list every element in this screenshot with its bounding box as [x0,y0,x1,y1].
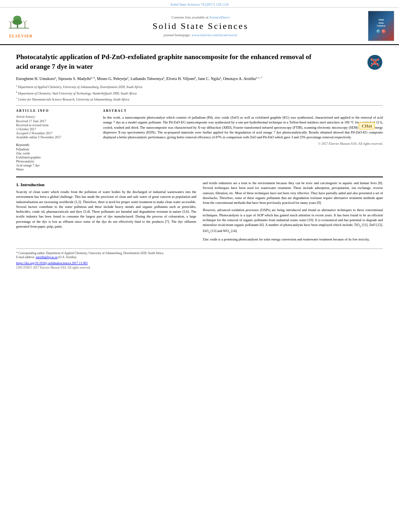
journal-title: Solid State Sciences [37,21,364,31]
affiliation-c: c Centre for Nanomaterials Science Resea… [16,97,383,102]
page: Solid State Sciences 74 (2017) 118–124 E… [0,0,399,532]
svg-line-7 [25,20,27,22]
keyword-6: Water [16,168,97,171]
doi-line: https://doi.org/10.1016/j.solidstatescie… [16,261,383,265]
journal-homepage-line: journal homepage: www.elsevier.com/locat… [37,33,364,37]
authors-line: Eseoghene H. Umukoroa, Siposetu S. Madyi… [16,76,383,82]
svg-point-2 [12,19,22,25]
cover-decoration [376,29,386,33]
received-revised-label: Received in revised form [16,123,97,127]
intro-right-text-3: Zinc oxide is a promising photocatalysts… [203,237,383,242]
body-left-col: 1. Introduction Scarcity of clean water … [16,181,196,244]
elsevier-logo-container: ELSEVIER [5,14,37,38]
copyright-line: © 2017 Elsevier Masson SAS. All rights r… [103,142,383,146]
keyword-1: Palladium [16,148,97,151]
journal-cover-image: SolidStateSciences [368,11,394,41]
sciencedirect-link[interactable]: ScienceDirect [210,15,230,19]
article-info-heading: ARTICLE INFO [16,109,97,113]
divider-1 [16,105,383,106]
keyword-4: Photocatalytic [16,160,97,163]
corresponding-author-note: * Corresponding author. Department of Ap… [16,251,383,256]
abstract-text: In this work, a nanocomposite photocatal… [103,115,383,140]
article-content: Cross Mark Photocatalytic application of… [0,45,399,274]
affiliations: a Department of Applied Chemistry, Unive… [16,84,383,102]
author-email-link[interactable]: oarotiba@uj.ac.za [36,255,58,259]
issn-line: 1293-2558/© 2017 Elsevier Masson SAS. Al… [16,266,383,269]
intro-right-text-1: and textile industries are a treat to th… [203,181,383,205]
affiliation-b: b Department of Chemistry, Vaal Universi… [16,90,383,96]
citation-text: Solid State Sciences 74 (2017) 118–124 [171,2,228,6]
revised-date: 1 October 2017 [16,127,97,131]
svg-line-8 [23,21,25,23]
accepted-date: Accepted 2 November 2017 [16,131,97,135]
email-line: E-mail address: oarotiba@uj.ac.za (O.A. … [16,255,383,260]
available-online-date: Available online 5 November 2017 [16,136,97,139]
received-date: Received 17 June 2017 [16,119,97,123]
title-section: Cross Mark Photocatalytic application of… [16,52,383,72]
history-label: Article history: [16,115,97,119]
article-info-abstract: ARTICLE INFO Article history: Received 1… [16,109,383,172]
elsevier-brand: ELSEVIER [5,34,37,38]
doi-link[interactable]: https://doi.org/10.1016/j.solidstatescie… [16,261,88,265]
cover-circle-blue [376,29,380,33]
keywords-section: Keywords: Palladium Zinc oxide Exfoliate… [16,143,97,171]
elsevier-tree-icon [9,14,33,32]
intro-left-text: Scarcity of clean water which results fr… [16,189,196,229]
cover-circle-red [382,29,386,33]
abstract-section: ABSTRACT In this work, a nanocomposite p… [103,109,383,172]
keyword-3: Exfoliated graphite [16,156,97,159]
crossmark-badge: Cross Mark [367,54,383,71]
crossmark-icon: Cross Mark [367,54,383,70]
contents-available-line: Contents lists available at ScienceDirec… [37,15,364,19]
keyword-2: Zinc oxide [16,152,97,155]
abstract-heading: ABSTRACT [103,109,383,113]
article-title: Photocatalytic application of Pd-ZnO-exf… [16,52,318,72]
svg-line-5 [9,21,11,23]
body-columns: 1. Introduction Scarcity of clean water … [16,181,383,244]
body-right-col: and textile industries are a treat to th… [203,181,383,244]
keywords-label: Keywords: [16,143,97,147]
keyword-5: Acid orange 7 dye [16,164,97,167]
journal-homepage-link[interactable]: www.elsevier.com/locate/ssscie [191,33,237,37]
header-center: Contents lists available at ScienceDirec… [37,15,364,37]
footnote-section: * Corresponding author. Department of Ap… [16,249,383,269]
intro-right-text-2: However, advanced oxidation processes (O… [203,207,383,234]
article-info-panel: ARTICLE INFO Article history: Received 1… [16,109,97,172]
journal-header: ELSEVIER Contents lists available at Sci… [0,8,399,45]
affiliation-a: a Department of Applied Chemistry, Unive… [16,84,383,90]
divider-2 [16,177,383,177]
journal-citation: Solid State Sciences 74 (2017) 118–124 [0,0,399,8]
section-1-heading: 1. Introduction [16,182,196,187]
